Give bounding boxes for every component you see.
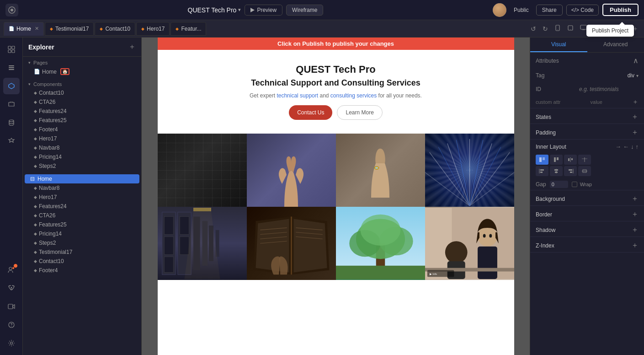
wrap-checkbox[interactable] — [572, 182, 577, 187]
left-sidebar — [0, 38, 23, 355]
component-hero17[interactable]: ◆Hero17 — [23, 134, 141, 143]
tab-visual[interactable]: Visual — [530, 38, 587, 52]
layout-down-icon[interactable]: ↓ — [631, 143, 634, 150]
learn-more-button[interactable]: Learn More — [337, 105, 382, 120]
page-home-item[interactable]: 📄 Home 🏠 — [23, 67, 141, 76]
project-name[interactable]: QUEST Tech Pro — [188, 6, 241, 14]
border-add-icon[interactable]: ＋ — [631, 210, 639, 219]
gap-input[interactable] — [550, 181, 568, 188]
sidebar-settings-icon[interactable] — [3, 335, 20, 351]
tab-hero17[interactable]: ◆ Hero17 — [136, 22, 170, 36]
tab-featur[interactable]: ◆ Featur... — [170, 22, 206, 36]
align-right-icon[interactable] — [564, 166, 577, 176]
svg-point-20 — [10, 342, 12, 344]
layout-up-icon[interactable]: ↑ — [636, 143, 639, 150]
main-area: Explorer ＋ ▾ Pages 📄 Home 🏠 ▾ Components… — [0, 38, 644, 355]
public-button[interactable]: Public — [510, 5, 532, 15]
component-navbar8[interactable]: ◆Navbar8 — [23, 143, 141, 152]
svg-text:▶ Info: ▶ Info — [429, 273, 436, 275]
tab-testimonial17[interactable]: ◆ Testimonial17 — [45, 22, 94, 36]
id-row: ID — [530, 82, 644, 96]
home-tree-item[interactable]: ⊟ Home — [25, 174, 139, 183]
avatar[interactable] — [493, 3, 506, 17]
sidebar-video-icon[interactable] — [3, 298, 20, 315]
home-highlight-box: 🏠 — [60, 68, 69, 75]
sidebar-components-icon[interactable] — [3, 78, 20, 94]
align-bottom-icon[interactable] — [578, 155, 591, 165]
home-contact10[interactable]: ◆Contact10 — [23, 257, 141, 266]
align-top-right-icon[interactable] — [564, 155, 577, 165]
tablet-view-button[interactable] — [565, 24, 575, 33]
shadow-header-row: Shadow ＋ — [530, 221, 644, 237]
undo-button[interactable]: ↺ — [529, 24, 538, 33]
svg-point-3 — [557, 29, 558, 30]
custom-attr-add-icon[interactable]: ＋ — [632, 98, 639, 106]
home-pricing14[interactable]: ◆Pricing14 — [23, 229, 141, 238]
component-footer4[interactable]: ◆Footer4 — [23, 125, 141, 134]
align-top-center-icon[interactable] — [550, 155, 563, 165]
tab-home[interactable]: 📄 Home ✕ — [4, 22, 44, 36]
sidebar-discord-icon[interactable] — [3, 280, 20, 296]
home-cta26[interactable]: ◆CTA26 — [23, 211, 141, 220]
id-input[interactable] — [579, 86, 639, 92]
inner-layout-section: Inner Layout → ← ↓ ↑ — [530, 140, 644, 190]
preview-button[interactable]: Preview — [245, 5, 282, 16]
align-top-left-icon[interactable] — [536, 155, 548, 165]
shadow-add-icon[interactable]: ＋ — [631, 225, 639, 235]
redo-button[interactable]: ↻ — [541, 24, 550, 33]
states-add-icon[interactable]: ＋ — [631, 112, 639, 122]
hero-description: Get expert technical support and consult… — [167, 92, 505, 99]
align-stretch-icon[interactable] — [578, 166, 591, 176]
mobile-view-button[interactable] — [553, 24, 563, 33]
sidebar-layers-icon[interactable] — [3, 59, 20, 76]
contact-us-button[interactable]: Contact Us — [289, 105, 332, 120]
tab-contact10[interactable]: ◆ Contact10 — [95, 22, 135, 36]
home-hero17[interactable]: ◆Hero17 — [23, 193, 141, 202]
topbar: QUEST Tech Pro Preview Wireframe Public … — [0, 0, 644, 20]
home-features24[interactable]: ◆Features24 — [23, 202, 141, 211]
align-left-icon[interactable] — [536, 166, 548, 176]
canvas-area[interactable]: Click on Publish to publish your changes… — [142, 38, 530, 355]
home-steps2[interactable]: ◆Steps2 — [23, 238, 141, 247]
attributes-collapse-icon[interactable]: ∧ — [633, 56, 639, 65]
sidebar-plugins-icon[interactable] — [3, 133, 20, 149]
components-header[interactable]: ▾ Components — [23, 80, 141, 88]
home-navbar8[interactable]: ◆Navbar8 — [23, 183, 141, 193]
component-cta26[interactable]: ◆CTA26 — [23, 97, 141, 107]
publish-tooltip: Publish Project — [586, 25, 634, 37]
svg-line-33 — [438, 147, 469, 206]
sidebar-users-icon[interactable] — [3, 262, 20, 278]
component-steps2[interactable]: ◆Steps2 — [23, 161, 141, 171]
padding-add-icon[interactable]: ＋ — [631, 128, 639, 137]
publish-button[interactable]: Publish — [602, 4, 639, 16]
sidebar-database-icon[interactable] — [3, 114, 20, 131]
sidebar-help-icon[interactable] — [3, 317, 20, 333]
home-footer4[interactable]: ◆Footer4 — [23, 266, 141, 275]
home-testimonial17[interactable]: ◆Testimonial17 — [23, 247, 141, 257]
pages-header[interactable]: ▾ Pages — [23, 59, 141, 67]
component-features24[interactable]: ◆Features24 — [23, 107, 141, 116]
tab-close-icon[interactable]: ✕ — [35, 26, 39, 32]
component-features25[interactable]: ◆Features25 — [23, 116, 141, 125]
align-center-h-icon[interactable] — [550, 166, 563, 176]
wireframe-button[interactable]: Wireframe — [286, 5, 323, 16]
svg-rect-81 — [540, 169, 544, 171]
components-section: ▾ Components ◆Contact10 ◆CTA26 ◆Features… — [23, 78, 141, 172]
code-button[interactable]: </> Code — [566, 5, 599, 16]
svg-rect-77 — [571, 158, 573, 160]
component-contact10[interactable]: ◆Contact10 — [23, 88, 141, 97]
layout-right-icon[interactable]: → — [615, 143, 621, 150]
z-index-add-icon[interactable]: ＋ — [631, 241, 639, 250]
layout-left-icon[interactable]: ← — [623, 143, 629, 150]
photo-cell-3 — [336, 134, 425, 207]
component-pricing14[interactable]: ◆Pricing14 — [23, 152, 141, 161]
tag-value[interactable]: div ▾ — [628, 72, 639, 79]
home-features25[interactable]: ◆Features25 — [23, 220, 141, 229]
explorer-add-button[interactable]: ＋ — [128, 42, 136, 52]
padding-section: Padding ＋ — [530, 124, 644, 140]
background-add-icon[interactable]: ＋ — [631, 194, 639, 204]
sidebar-assets-icon[interactable] — [3, 96, 20, 113]
sidebar-add-icon[interactable] — [3, 41, 20, 58]
tab-advanced[interactable]: Advanced — [587, 38, 644, 52]
share-button[interactable]: Share — [536, 5, 563, 16]
